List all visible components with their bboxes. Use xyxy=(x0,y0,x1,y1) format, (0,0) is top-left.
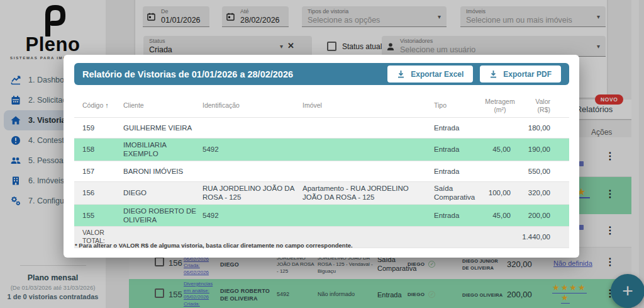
cell-codigo: 158 xyxy=(74,143,123,156)
cell-imovel xyxy=(303,147,434,151)
cell-valor[interactable]: 550,00 xyxy=(521,165,569,178)
cell-identificacao: RUA JORDELINO JOÃO DA ROSA - 125 xyxy=(203,182,303,204)
column-header-imovel[interactable]: Imóvel xyxy=(303,100,434,111)
column-header-identificacao[interactable]: Identificação xyxy=(203,100,303,111)
cell-imovel xyxy=(303,169,434,173)
cell-valor[interactable]: 180,00 xyxy=(521,122,569,134)
cell-codigo: 157 xyxy=(74,165,123,178)
export-buttons: Exportar Excel Exportar PDF xyxy=(387,66,561,83)
cell-tipo: Saída Comparativa xyxy=(434,182,483,204)
cell-identificacao: 5492 xyxy=(203,209,303,222)
cell-valor[interactable]: 200,00 xyxy=(521,209,569,222)
download-icon xyxy=(489,70,497,78)
cell-cliente: IMOBILIARIA EXEMPLO xyxy=(123,139,203,161)
modal-footnote: * Para alterar o VALOR R$ de alguma vist… xyxy=(75,242,353,249)
export-pdf-label: Exportar PDF xyxy=(503,70,552,79)
cell-cliente: GUILHERME VIEIRA xyxy=(123,122,203,134)
column-header-cliente[interactable]: Cliente xyxy=(123,100,203,111)
cell-tipo: Entrada xyxy=(434,209,483,222)
report-modal: Relatório de Vistorias de 01/01/2026 a 2… xyxy=(64,55,579,258)
export-excel-button[interactable]: Exportar Excel xyxy=(387,66,473,83)
app-window: Pleno SISTEMAS PARA IMOBILIÁRIAS 1. Dash… xyxy=(0,0,644,308)
cell-cliente: DIEGO xyxy=(123,186,203,199)
cell-metragem[interactable]: 45,00 xyxy=(483,143,521,156)
sort-asc-icon: ↑ xyxy=(105,101,109,109)
cell-tipo: Entrada xyxy=(434,143,483,156)
cell-metragem[interactable]: 100,00 xyxy=(483,186,521,199)
cell-identificacao: 5492 xyxy=(203,143,303,156)
cell-metragem[interactable] xyxy=(483,169,521,173)
export-excel-label: Exportar Excel xyxy=(411,70,464,79)
table-header-row: Código↑ Cliente Identificação Imóvel Tip… xyxy=(74,94,569,118)
cell-metragem[interactable] xyxy=(483,126,521,130)
export-pdf-button[interactable]: Exportar PDF xyxy=(480,66,561,83)
table-row: 157 BARONI IMÓVEIS Entrada 550,00 xyxy=(74,161,569,182)
table-row: 158 IMOBILIARIA EXEMPLO 5492 Entrada 45,… xyxy=(74,139,569,161)
column-header-valor[interactable]: Valor (R$) xyxy=(521,96,569,116)
column-header-tipo[interactable]: Tipo xyxy=(434,100,483,111)
table-row: 155 DIEGO ROBERTO DE OLIVEIRA 5492 Entra… xyxy=(74,205,569,227)
table-row: 159 GUILHERME VIEIRA Entrada 180,00 xyxy=(74,118,569,139)
cell-tipo: Entrada xyxy=(434,165,483,178)
cell-imovel xyxy=(303,214,434,217)
cell-imovel: Apartamento - RUA JORDELINO JOÃO DA ROSA… xyxy=(303,182,434,204)
cell-cliente: DIEGO ROBERTO DE OLIVEIRA xyxy=(123,205,203,227)
table-row: 156 DIEGO RUA JORDELINO JOÃO DA ROSA - 1… xyxy=(74,182,569,205)
cell-metragem[interactable]: 45,00 xyxy=(483,209,521,222)
cell-imovel xyxy=(303,126,434,130)
modal-header: Relatório de Vistorias de 01/01/2026 a 2… xyxy=(74,63,569,85)
cell-codigo: 155 xyxy=(74,209,123,222)
total-value: 1.440,00 xyxy=(521,231,569,243)
column-header-codigo[interactable]: Código↑ xyxy=(74,100,123,112)
cell-identificacao xyxy=(203,126,303,130)
cell-valor[interactable]: 190,00 xyxy=(521,143,569,156)
cell-tipo: Entrada xyxy=(434,122,483,134)
cell-codigo: 156 xyxy=(74,186,123,199)
modal-title: Relatório de Vistorias de 01/01/2026 a 2… xyxy=(82,69,293,79)
download-icon xyxy=(397,70,405,78)
report-table: Código↑ Cliente Identificação Imóvel Tip… xyxy=(74,94,569,248)
column-header-metragem[interactable]: Metragem(m²) xyxy=(483,96,521,115)
cell-cliente: BARONI IMÓVEIS xyxy=(123,165,203,178)
cell-valor[interactable]: 320,00 xyxy=(521,186,569,199)
cell-codigo: 159 xyxy=(74,122,123,134)
cell-identificacao xyxy=(203,169,303,173)
